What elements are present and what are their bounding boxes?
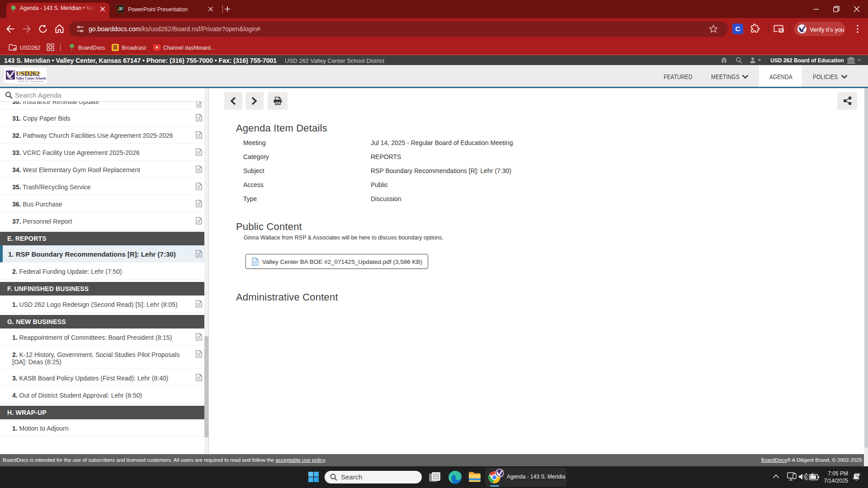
svg-text:z: z (859, 473, 860, 475)
svg-text:Students First • Community Str: Students First • Community Strong (18, 80, 43, 82)
svg-text:USD262: USD262 (16, 70, 40, 77)
svg-text:z: z (857, 474, 859, 477)
